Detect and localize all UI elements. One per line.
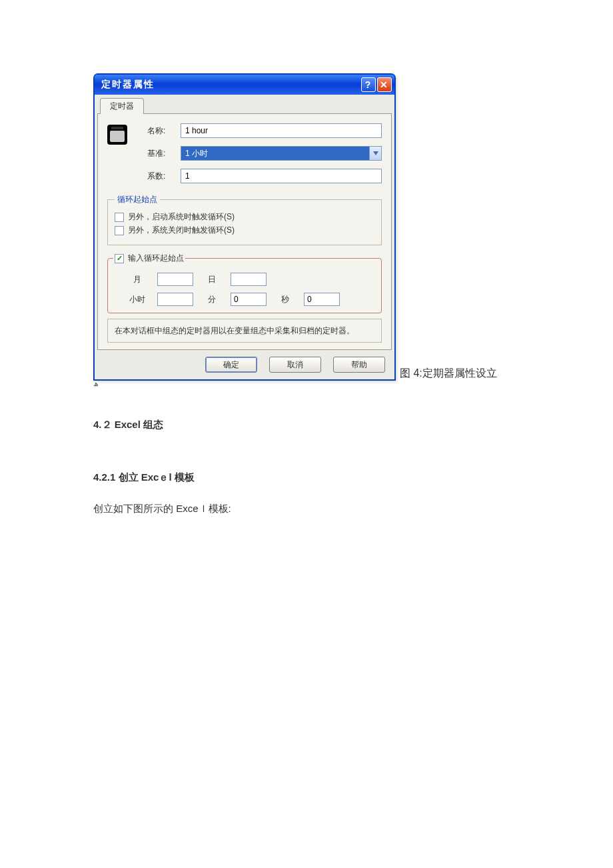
month-input[interactable] <box>157 273 193 286</box>
day-label: 日 <box>199 274 225 285</box>
help-icon[interactable]: ? <box>361 77 376 92</box>
name-label: 名称: <box>147 125 181 137</box>
checkbox-input-cycle-start-label: 输入循环起始点 <box>128 253 184 264</box>
checkbox-close-system[interactable] <box>115 226 124 235</box>
section-4-2: 4.２ Excel 组态 <box>93 419 526 431</box>
second-input[interactable] <box>304 293 340 306</box>
section-4-2-1: 4.2.1 创立 Excｅl 模板 <box>93 471 526 484</box>
checkbox-close-system-label: 另外，系统关闭时触发循环(S) <box>128 225 235 236</box>
hour-input[interactable] <box>157 293 193 306</box>
body-4-2-1: 创立如下图所示的 Exceｌ模板: <box>93 503 526 515</box>
timer-properties-dialog: 定时器属性 ? ✕ 定时器 名称: <box>93 73 396 381</box>
checkbox-start-system[interactable] <box>115 213 124 222</box>
dialog-titlebar[interactable]: 定时器属性 ? ✕ <box>95 75 394 95</box>
checkbox-input-cycle-start[interactable] <box>115 254 124 263</box>
factor-label: 系数: <box>147 171 181 182</box>
cycle-start-group: 循环起始点 另外，启动系统时触发循环(S) 另外，系统关闭时触发循环(S) <box>107 194 382 245</box>
help-button[interactable]: 帮助 <box>333 357 385 373</box>
base-label: 基准: <box>147 148 181 159</box>
base-select[interactable]: 1 小时 <box>181 146 382 161</box>
close-icon[interactable]: ✕ <box>377 77 392 92</box>
tab-panel-timer: 名称: 基准: 1 小时 <box>97 113 392 350</box>
month-label: 月 <box>123 274 152 285</box>
name-input[interactable] <box>181 123 382 138</box>
datetime-group: 输入循环起始点 月 日 小时 分 <box>107 251 382 313</box>
minute-label: 分 <box>199 294 225 305</box>
factor-input[interactable] <box>181 169 382 183</box>
tab-timer[interactable]: 定时器 <box>100 98 144 114</box>
ok-button[interactable]: 确定 <box>205 357 257 373</box>
cancel-button[interactable]: 取消 <box>269 357 321 373</box>
second-label: 秒 <box>272 294 299 305</box>
hour-label: 小时 <box>123 294 152 305</box>
cycle-legend: 循环起始点 <box>115 194 160 205</box>
figure-caption: 图 4:定期器属性设立 <box>400 367 497 381</box>
day-input[interactable] <box>231 273 267 286</box>
minute-input[interactable] <box>231 293 267 306</box>
info-text: 在本对话框中组态的定时器用以在变量组态中采集和归档的定时器。 <box>107 319 382 343</box>
checkbox-start-system-label: 另外，启动系统时触发循环(S) <box>128 211 235 223</box>
dialog-title: 定时器属性 <box>101 79 360 91</box>
base-select-value: 1 小时 <box>181 147 369 160</box>
chevron-down-icon[interactable] <box>369 147 381 160</box>
stopwatch-icon <box>107 125 127 145</box>
